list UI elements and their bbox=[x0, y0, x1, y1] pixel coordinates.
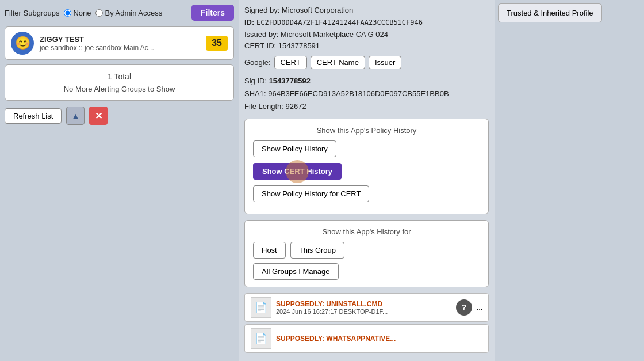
app-history-title: Show this App's History for bbox=[253, 227, 480, 236]
cert-id-value: 1543778591 bbox=[278, 41, 320, 50]
all-groups-button[interactable]: All Groups I Manage bbox=[253, 263, 339, 280]
group-item[interactable]: 😊 ZIGGY TEST joe sandbox :: joe sandbox … bbox=[5, 26, 234, 60]
arrow-up-button[interactable]: ▲ bbox=[66, 107, 85, 125]
show-policy-history-button[interactable]: Show Policy History bbox=[253, 140, 336, 157]
right-panel: Trusted & Inherited Profile bbox=[494, 0, 644, 361]
group-sub: joe sandbox :: joe sandbox Main Ac... bbox=[40, 44, 200, 52]
group-name: ZIGGY TEST bbox=[40, 35, 200, 44]
total-count: 1 Total bbox=[12, 72, 227, 81]
sig-id-value: 1543778592 bbox=[269, 77, 310, 85]
sig-id-label: Sig ID: bbox=[244, 77, 267, 85]
file-length-value: 92672 bbox=[286, 102, 306, 111]
sha1-value: 964B3FE66ECD913A52B18106D0E097CB55E1BB0B bbox=[268, 89, 448, 98]
file-length-row: File Length: 92672 bbox=[244, 100, 489, 113]
summary-box: 1 Total No More Alerting Groups to Show bbox=[5, 64, 234, 101]
radio-none-input[interactable] bbox=[64, 9, 71, 17]
sha1-row: SHA1: 964B3FE66ECD913A52B18106D0E097CB55… bbox=[244, 88, 489, 100]
sig-id-row: Sig ID: 1543778592 bbox=[244, 75, 489, 88]
all-groups-row: All Groups I Manage bbox=[253, 263, 480, 280]
middle-panel: Signed by: Microsoft Corporation ID: EC2… bbox=[239, 0, 494, 361]
bottom-controls: Refresh List ▲ ✕ bbox=[5, 107, 234, 125]
file-name-2: SUPPOSEDLY: WHATSAPPNATIVE... bbox=[276, 335, 482, 343]
close-button[interactable]: ✕ bbox=[89, 107, 108, 125]
policy-history-title: Show this App's Policy History bbox=[253, 126, 480, 135]
history-btn-row: Host This Group bbox=[253, 242, 480, 259]
issuer-button[interactable]: Issuer bbox=[369, 56, 401, 69]
cert-id-row: CERT ID: 1543778591 bbox=[244, 40, 489, 52]
google-label: Google: bbox=[244, 58, 271, 67]
this-group-button[interactable]: This Group bbox=[290, 242, 344, 259]
cert-info: Signed by: Microsoft Corporation ID: EC2… bbox=[244, 5, 489, 52]
policy-btn-row: Show Policy History Show CERT History Sh… bbox=[253, 140, 480, 207]
list-item[interactable]: 📄 SUPPOSEDLY: UNINSTALL.CMD 2024 Jun 16 … bbox=[244, 293, 489, 322]
sha1-label: SHA1: bbox=[244, 89, 266, 98]
list-item[interactable]: 📄 SUPPOSEDLY: WHATSAPPNATIVE... bbox=[244, 324, 489, 353]
host-button[interactable]: Host bbox=[253, 242, 286, 259]
no-more-label: No More Alerting Groups to Show bbox=[12, 85, 227, 93]
file-name-1: SUPPOSEDLY: UNINSTALL.CMD bbox=[276, 300, 451, 308]
show-policy-history-cert-button[interactable]: Show Policy History for CERT bbox=[253, 185, 369, 202]
google-row: Google: CERT CERT Name Issuer bbox=[244, 56, 489, 69]
file-meta-1: 2024 Jun 16 16:27:17 DESKTOP-D1F... bbox=[276, 308, 451, 315]
file-info-2: SUPPOSEDLY: WHATSAPPNATIVE... bbox=[276, 335, 482, 343]
radio-by-admin-input[interactable] bbox=[95, 9, 103, 17]
filter-subgroups-row: Filter Subgroups None By Admin Access Fi… bbox=[5, 5, 234, 21]
radio-by-admin-label[interactable]: By Admin Access bbox=[95, 9, 162, 17]
sig-info: Sig ID: 1543778592 SHA1: 964B3FE66ECD913… bbox=[244, 75, 489, 113]
left-panel: Filter Subgroups None By Admin Access Fi… bbox=[0, 0, 239, 361]
issued-by: Issued by: Microsoft Marketplace CA G 02… bbox=[244, 29, 489, 41]
filters-button[interactable]: Filters bbox=[191, 5, 234, 21]
group-info: ZIGGY TEST joe sandbox :: joe sandbox Ma… bbox=[40, 35, 200, 52]
file-info-1: SUPPOSEDLY: UNINSTALL.CMD 2024 Jun 16 16… bbox=[276, 300, 451, 315]
ellipsis-1: ... bbox=[477, 303, 482, 311]
show-cert-history-button[interactable]: Show CERT History bbox=[253, 163, 342, 180]
id-value: EC2FDD0DD4A72F1F41241244FAA23CCCB51CF946 bbox=[256, 18, 423, 26]
question-icon-1: ? bbox=[456, 299, 472, 316]
file-length-label: File Length: bbox=[244, 102, 283, 111]
cert-button[interactable]: CERT bbox=[274, 56, 307, 69]
policy-history-box: Show this App's Policy History Show Poli… bbox=[244, 119, 489, 214]
avatar: 😊 bbox=[11, 32, 34, 55]
radio-none-label[interactable]: None bbox=[64, 9, 91, 17]
app-history-box: Show this App's History for Host This Gr… bbox=[244, 220, 489, 287]
filter-subgroups-label: Filter Subgroups bbox=[5, 9, 59, 17]
refresh-list-button[interactable]: Refresh List bbox=[5, 108, 62, 124]
cert-name-button[interactable]: CERT Name bbox=[310, 56, 365, 69]
signed-by: Signed by: Microsoft Corporation bbox=[244, 5, 489, 17]
id-row: ID: EC2FDD0DD4A72F1F41241244FAA23CCCB51C… bbox=[244, 17, 489, 29]
file-thumb-1: 📄 bbox=[251, 297, 271, 318]
cert-id-label: CERT ID: bbox=[244, 41, 276, 50]
id-label: ID: bbox=[244, 18, 254, 26]
trusted-inherited-profile-button[interactable]: Trusted & Inherited Profile bbox=[498, 3, 602, 22]
file-thumb-2: 📄 bbox=[251, 328, 271, 349]
group-badge: 35 bbox=[206, 36, 228, 51]
